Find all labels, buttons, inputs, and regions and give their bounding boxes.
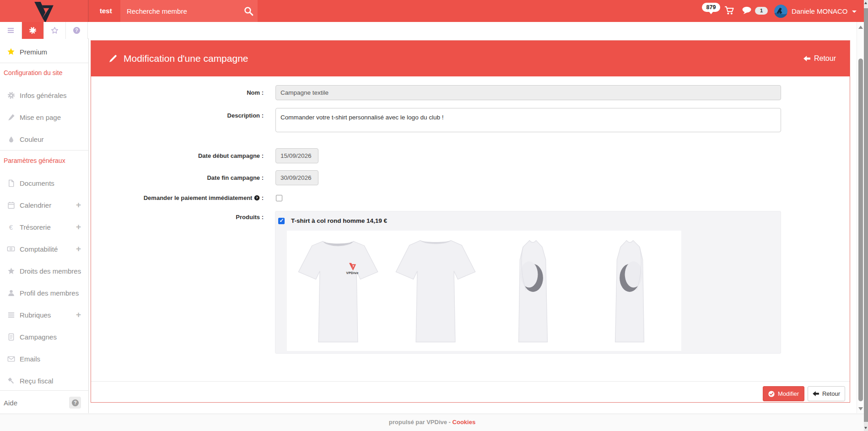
description-field[interactable]: Commander votre t-shirt personnalisé ave… [275, 108, 781, 132]
tshirt-side-right-image [487, 232, 578, 350]
list-icon [5, 311, 16, 319]
divider [0, 63, 88, 63]
vpdive-logo[interactable] [0, 0, 89, 22]
scroll-down-icon[interactable] [858, 407, 863, 410]
sidebar-item-label: Campagnes [20, 333, 57, 341]
tab-favorites[interactable] [44, 22, 66, 39]
sidebar-item-rubriques[interactable]: Rubriques + [0, 304, 88, 326]
plus-icon[interactable]: + [76, 244, 81, 254]
section-heading: Configuration du site [4, 69, 86, 76]
cookies-link[interactable]: Cookies [453, 419, 476, 426]
end-date-field[interactable] [275, 170, 318, 185]
immediate-payment-label-text: Demander le paiement immédiatement [144, 194, 253, 201]
tab-help[interactable] [66, 22, 88, 39]
back-link-top[interactable]: Retour [803, 41, 836, 76]
help-button[interactable] [69, 397, 81, 409]
tab-settings[interactable] [22, 22, 44, 39]
content-scrollbar[interactable] [857, 22, 864, 413]
sidebar-item-couleur[interactable]: Couleur [0, 128, 88, 150]
scroll-down-icon[interactable] [864, 427, 867, 429]
document-icon [5, 333, 16, 341]
divider [0, 150, 88, 151]
topbar: test 879 1 Daniele MONACO [0, 0, 864, 22]
sidebar-item-premium[interactable]: Premium [0, 41, 88, 63]
page-title: Modification d'une campagne [124, 53, 248, 64]
avatar [774, 5, 787, 18]
tshirt-logo-text: VPDive [343, 271, 361, 275]
name-field[interactable] [275, 85, 781, 100]
sidebar-item-comptabilite[interactable]: Comptabilité + [0, 238, 88, 260]
sidebar-help-row: Aide [0, 392, 88, 413]
help-icon [71, 399, 79, 407]
notification-badge[interactable]: 879 [702, 3, 720, 12]
end-date-label: Date fin campagne : [91, 170, 264, 185]
scrollbar-thumb[interactable] [858, 59, 863, 401]
star-icon [5, 267, 16, 275]
sidebar-item-documents[interactable]: Documents [0, 172, 88, 194]
euro-icon: € [5, 223, 16, 231]
sidebar-item-label: Documents [20, 179, 54, 187]
cart-icon [724, 6, 734, 15]
help-label: Aide [4, 399, 17, 407]
calendar-icon [5, 201, 16, 209]
user-name: Daniele MONACO [792, 7, 848, 15]
tshirt-front-image: VPDive [292, 232, 384, 350]
back-button-bottom[interactable]: Retour [808, 386, 845, 401]
sidebar-item-label: Emails [20, 355, 40, 363]
sidebar-item-recu-fiscal[interactable]: Reçu fiscal [0, 370, 88, 392]
chat-count-badge[interactable]: 1 [755, 7, 768, 15]
chevron-down-icon [852, 11, 857, 13]
window-scrollbar[interactable] [864, 0, 868, 431]
modify-button[interactable]: Modifier [763, 386, 804, 401]
tshirt-side-left-image [584, 232, 676, 350]
plus-icon[interactable]: + [76, 222, 81, 232]
tab-menu[interactable] [0, 22, 22, 39]
sidebar-item-calendrier[interactable]: Calendrier + [0, 194, 88, 216]
site-tab[interactable]: test [94, 0, 118, 22]
scrollbar-thumb[interactable] [864, 8, 868, 422]
star-icon [5, 48, 16, 56]
start-date-field[interactable] [275, 148, 318, 163]
sidebar-item-emails[interactable]: Emails [0, 348, 88, 370]
banknote-icon [5, 245, 16, 253]
page-footer: propulsé par VPDive - Cookies [0, 414, 864, 431]
search-button[interactable] [239, 0, 258, 22]
arrow-left-icon [803, 56, 810, 61]
sidebar-item-label: Comptabilité [20, 245, 58, 253]
scroll-up-icon[interactable] [858, 26, 863, 29]
pencil-icon [109, 54, 117, 63]
diver-avatar-image [774, 5, 787, 18]
sidebar-item-campagnes[interactable]: Campagnes [0, 326, 88, 348]
product-checkbox[interactable] [278, 218, 285, 224]
sidebar-item-droits-des-membres[interactable]: Droits des membres [0, 260, 88, 282]
file-icon [5, 179, 16, 187]
back-button-label: Retour [822, 390, 840, 397]
plus-icon[interactable]: + [76, 200, 81, 210]
help-icon [73, 27, 81, 34]
user-menu[interactable]: Daniele MONACO [774, 0, 857, 22]
plus-icon[interactable]: + [76, 310, 81, 320]
section-heading: Paramètres généraux [4, 157, 86, 164]
member-search [120, 0, 258, 22]
check-circle-icon [768, 391, 775, 397]
name-label: Nom : [91, 85, 264, 100]
gear-icon [5, 92, 16, 99]
footer-separator: - [447, 419, 453, 426]
sidebar-item-tresorerie[interactable]: € Trésorerie + [0, 216, 88, 238]
immediate-payment-checkbox[interactable] [276, 195, 282, 201]
scroll-up-icon[interactable] [864, 2, 867, 4]
sidebar-item-profil-des-membres[interactable]: Profil des membres [0, 282, 88, 304]
product-images: VPDive [287, 231, 681, 351]
vpdive-logo-icon [349, 263, 356, 271]
help-circle-icon[interactable] [254, 195, 260, 201]
chat-button[interactable] [742, 6, 753, 16]
sidebar-item-label: Infos générales [20, 92, 67, 99]
sidebar-item-mise-en-page[interactable]: Mise en page [0, 106, 88, 128]
user-icon [5, 289, 16, 297]
star-icon [51, 27, 59, 34]
cart-button[interactable] [724, 6, 735, 16]
sidebar-item-infos-generales[interactable]: Infos générales [0, 84, 88, 106]
search-input[interactable] [120, 0, 239, 22]
sidebar-item-label: Premium [20, 48, 47, 56]
arrow-left-icon [813, 391, 819, 396]
